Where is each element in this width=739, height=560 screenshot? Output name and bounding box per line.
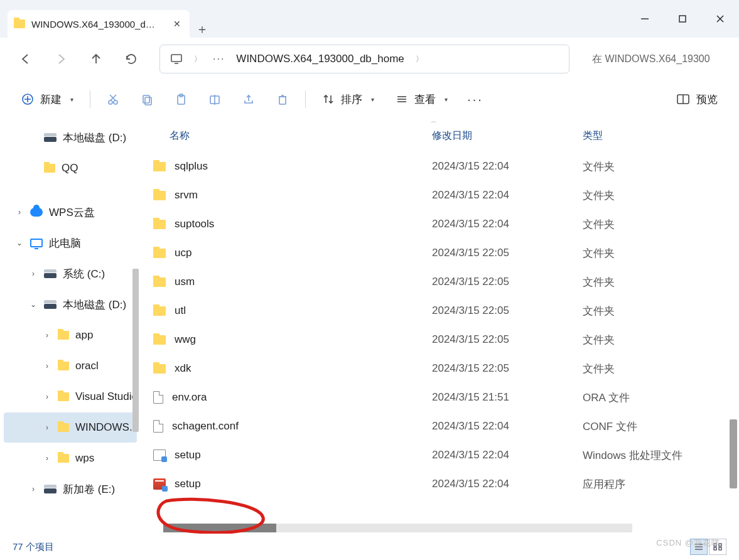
refresh-button[interactable] [117, 45, 146, 73]
close-button[interactable] [701, 0, 739, 38]
file-row[interactable]: wwg2024/3/15 22:05文件夹 [141, 325, 739, 354]
minimize-button[interactable] [626, 0, 664, 38]
sidebar-item[interactable]: ›oracl [4, 351, 137, 381]
sidebar-item[interactable]: ›本地磁盘 (D:) [4, 122, 137, 153]
chevron-down-icon[interactable]: ⌄ [29, 300, 38, 309]
file-name: sqlplus [175, 160, 208, 173]
file-date: 2024/3/15 22:05 [432, 304, 583, 317]
file-row[interactable]: srvm2024/3/15 22:04文件夹 [141, 181, 739, 210]
file-row[interactable]: utl2024/3/15 22:05文件夹 [141, 296, 739, 325]
file-row[interactable]: schagent.conf2024/3/15 22:04CONF 文件 [141, 412, 739, 441]
chevron-right-icon[interactable]: › [43, 423, 51, 432]
file-date: 2024/3/15 21:51 [432, 391, 583, 404]
file-name: ucp [175, 247, 191, 259]
sidebar: ›本地磁盘 (D:)›QQ›WPS云盘⌄此电脑›系统 (C:)⌄本地磁盘 (D:… [0, 118, 141, 534]
cut-button[interactable] [98, 87, 128, 112]
preview-button[interactable]: 预览 [667, 87, 726, 112]
sidebar-item[interactable]: ›新加卷 (E:) [4, 474, 137, 504]
up-button[interactable] [82, 45, 111, 73]
file-row[interactable]: setup2024/3/15 22:04应用程序 [141, 470, 739, 498]
file-date: 2024/3/15 22:04 [432, 420, 583, 433]
file-name: suptools [175, 218, 214, 230]
chevron-right-icon[interactable]: 〉 [194, 54, 202, 65]
sidebar-item-label: Visual Studio [75, 390, 137, 403]
grid-view-button[interactable] [709, 539, 726, 555]
sidebar-item[interactable]: ›app [4, 320, 137, 350]
toolbar: 新建 ▾ 排序 ▾ 查看 ▾ ··· 预览 [0, 80, 739, 118]
fld-icon [58, 362, 69, 370]
chevron-right-icon[interactable]: 〉 [416, 54, 423, 65]
status-bar: 77 个项目 [0, 534, 739, 560]
sidebar-item-label: QQ [62, 162, 78, 175]
sidebar-item[interactable]: ›QQ [4, 153, 137, 183]
sidebar-item[interactable]: ⌄此电脑 [4, 228, 137, 258]
file-type: ORA 文件 [583, 390, 739, 405]
sidebar-item[interactable]: ⌄本地磁盘 (D:) [4, 289, 137, 320]
close-tab-icon[interactable]: ✕ [166, 19, 181, 29]
folder-icon [14, 19, 25, 28]
file-row[interactable]: setup2024/3/15 22:04Windows 批处理文件 [141, 441, 739, 470]
preview-label: 预览 [696, 92, 718, 107]
rename-button[interactable] [200, 87, 230, 112]
chevron-right-icon[interactable]: › [43, 331, 51, 340]
more-button[interactable]: ··· [460, 87, 490, 112]
column-headers: 名称 修改日期 类型 [141, 123, 739, 148]
address-bar[interactable]: 〉 ··· WINDOWS.X64_193000_db_home 〉 [159, 45, 569, 73]
more-icon[interactable]: ··· [213, 53, 225, 65]
new-button[interactable]: 新建 ▾ [13, 87, 82, 112]
file-name: srvm [175, 189, 198, 202]
svg-rect-14 [143, 95, 149, 103]
share-button[interactable] [234, 87, 264, 112]
chevron-down-icon[interactable]: ⌄ [15, 239, 24, 247]
sort-button[interactable]: 排序 ▾ [313, 87, 383, 112]
file-row[interactable]: usm2024/3/15 22:05文件夹 [141, 267, 739, 296]
chevron-right-icon[interactable]: › [43, 392, 51, 401]
sidebar-item[interactable]: ›WINDOWS.X [4, 412, 137, 443]
sidebar-item[interactable]: ›Visual Studio [4, 382, 137, 412]
file-row[interactable]: xdk2024/3/15 22:05文件夹 [141, 354, 739, 383]
details-view-button[interactable] [690, 539, 708, 555]
file-date: 2024/3/15 22:05 [432, 247, 583, 259]
horizontal-scrollbar[interactable] [163, 524, 632, 532]
chevron-right-icon[interactable]: › [43, 362, 51, 370]
chevron-down-icon: ▾ [445, 96, 448, 103]
view-label: 查看 [414, 92, 436, 107]
file-name: setup [175, 449, 201, 461]
delete-button[interactable] [267, 87, 298, 112]
col-type[interactable]: 类型 [583, 129, 739, 143]
back-button[interactable] [11, 45, 40, 73]
file-name: schagent.conf [172, 420, 239, 433]
search-input[interactable]: 在 WINDOWS.X64_19300 [583, 45, 728, 73]
monitor-icon [170, 53, 183, 65]
chevron-right-icon[interactable]: › [43, 454, 51, 463]
breadcrumb-current[interactable]: WINDOWS.X64_193000_db_home [236, 53, 404, 65]
view-button[interactable]: 查看 ▾ [387, 87, 456, 112]
file-row[interactable]: env.ora2024/3/15 21:51ORA 文件 [141, 383, 739, 412]
sidebar-item-label: 系统 (C:) [63, 267, 105, 281]
paste-button[interactable] [166, 87, 196, 112]
sidebar-item[interactable]: ›wps [4, 443, 137, 473]
col-date[interactable]: 修改日期 [432, 129, 583, 143]
new-tab-button[interactable]: ＋ [190, 21, 215, 38]
chevron-right-icon[interactable]: › [29, 485, 38, 493]
svg-rect-1 [679, 16, 686, 22]
copy-button[interactable] [132, 87, 162, 112]
col-name[interactable]: 名称 [153, 129, 432, 143]
tab-current[interactable]: WINDOWS.X64_193000_db_hc ✕ [8, 10, 190, 38]
folder-icon [153, 162, 166, 171]
file-row[interactable]: ucp2024/3/15 22:05文件夹 [141, 239, 739, 267]
chevron-right-icon[interactable]: › [15, 208, 24, 217]
file-type: CONF 文件 [583, 419, 739, 434]
maximize-button[interactable] [664, 0, 701, 38]
sidebar-item[interactable]: ›WPS云盘 [4, 197, 137, 227]
chevron-right-icon[interactable]: › [29, 269, 38, 278]
forward-button[interactable] [46, 45, 75, 73]
titlebar: WINDOWS.X64_193000_db_hc ✕ ＋ [0, 0, 739, 38]
collapse-handle[interactable]: ︿ [141, 118, 726, 126]
folder-icon [153, 364, 166, 374]
svg-rect-34 [714, 544, 716, 546]
hdd-icon [44, 488, 57, 493]
file-row[interactable]: sqlplus2024/3/15 22:04文件夹 [141, 152, 739, 181]
sidebar-item[interactable]: ›系统 (C:) [4, 259, 137, 289]
file-row[interactable]: suptools2024/3/15 22:04文件夹 [141, 210, 739, 239]
